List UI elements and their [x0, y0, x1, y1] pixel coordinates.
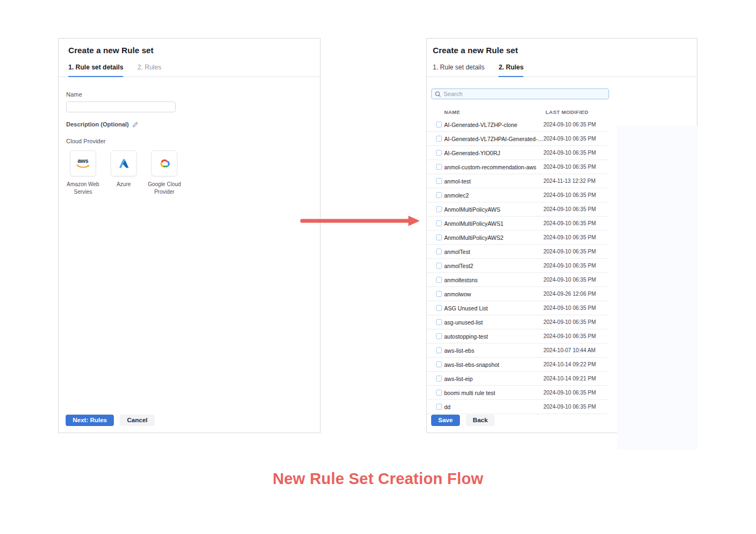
cloud-provider-label: Cloud Provider [66, 138, 312, 144]
row-checkbox[interactable] [436, 178, 442, 184]
rule-name: anmolec2 [444, 192, 543, 199]
table-row[interactable]: anmol-test 2024-11-13 12:32 PM [427, 174, 609, 188]
table-row[interactable]: AnmolMultiPolicyAWS 2024-09-10 06:35 PM [427, 202, 609, 217]
row-checkbox[interactable] [436, 122, 442, 128]
row-checkbox[interactable] [436, 277, 442, 283]
tab-rules[interactable]: 2. Rules [137, 63, 161, 77]
figure-caption: New Rule Set Creation Flow [0, 470, 756, 488]
rule-name: aws-list-ebs [444, 347, 543, 354]
table-row[interactable]: dd 2024-09-10 06:35 PM [427, 400, 609, 414]
rule-name: aws-list-ebs-snapshot [444, 361, 543, 368]
azure-icon [118, 157, 130, 170]
rule-name: anmolTest [444, 249, 543, 255]
row-checkbox[interactable] [436, 150, 442, 156]
table-row[interactable]: anmolTest2 2024-09-10 06:35 PM [427, 259, 609, 273]
row-checkbox[interactable] [436, 206, 442, 212]
column-header-name: NAME [444, 109, 546, 115]
table-row[interactable]: AI-Generated-YIO0RJ 2024-09-10 06:35 PM [427, 146, 609, 160]
next-rules-button[interactable]: Next: Rules [66, 415, 114, 426]
rule-last-modified: 2024-09-10 06:35 PM [543, 192, 596, 198]
rule-last-modified: 2024-11-13 12:32 PM [543, 178, 595, 184]
table-row[interactable]: aws-list-ebs 2024-10-07 10:44 AM [427, 344, 609, 358]
edit-pencil-icon[interactable] [132, 122, 138, 128]
row-checkbox[interactable] [436, 347, 442, 353]
row-checkbox[interactable] [436, 319, 442, 325]
tab-rule-set-details[interactable]: 1. Rule set details [433, 63, 484, 77]
description-label: Description (Optional) [66, 121, 129, 128]
provider-name: Amazon Web Servies [66, 181, 100, 195]
rule-name: AnmolMultiPolicyAWS2 [444, 234, 543, 241]
aws-icon: aws [75, 158, 91, 169]
tab-rule-set-details[interactable]: 1. Rule set details [68, 63, 123, 77]
table-row[interactable]: boomi multi rule test 2024-09-10 06:35 P… [427, 386, 609, 400]
search-box[interactable] [431, 88, 609, 99]
provider-name: Google Cloud Provider [148, 181, 181, 195]
rule-name: anmol-test [444, 178, 543, 185]
row-checkbox[interactable] [436, 164, 442, 170]
table-row[interactable]: AnmolMultiPolicyAWS1 2024-09-10 06:35 PM [427, 217, 609, 231]
table-row[interactable]: asg-unused-list 2024-09-10 06:35 PM [427, 315, 609, 329]
column-header-last-modified: LAST MODIFIED [546, 109, 588, 115]
rule-last-modified: 2024-09-10 06:35 PM [543, 150, 596, 156]
table-row[interactable]: anmolTest 2024-09-10 06:35 PM [427, 245, 609, 259]
rule-name: aws-list-eip [444, 376, 543, 382]
rule-name: AnmolMultiPolicyAWS1 [444, 220, 543, 227]
rules-table: NAME LAST MODIFIED AI-Generated-VL7ZHP-c… [427, 106, 609, 414]
search-icon [435, 91, 441, 97]
table-row[interactable]: ASG Unused List 2024-09-10 06:35 PM [427, 301, 609, 315]
rule-last-modified: 2024-09-10 06:35 PM [543, 136, 596, 142]
row-checkbox[interactable] [436, 263, 442, 269]
rule-name: AI-Generated-VL7ZHP-clone [444, 122, 543, 128]
google-cloud-icon [158, 157, 171, 170]
rule-set-form: Name Description (Optional) Cloud Provid… [59, 77, 320, 195]
rule-last-modified: 2024-09-10 06:35 PM [543, 164, 596, 170]
table-row[interactable]: autostopping-test 2024-09-10 06:35 PM [427, 329, 609, 344]
dialog-title: Create a new Rule set [427, 39, 697, 55]
rule-last-modified: 2024-09-10 06:35 PM [543, 319, 596, 325]
dialog-tabs: 1. Rule set details 2. Rules [427, 63, 697, 77]
row-checkbox[interactable] [436, 249, 442, 255]
row-checkbox[interactable] [436, 136, 442, 142]
rule-name: asg-unused-list [444, 319, 543, 326]
provider-option-aws[interactable]: aws Amazon Web Servies [66, 150, 100, 195]
table-row[interactable]: AI-Generated-VL7ZHPAI-Generated-VL7ZHPAI… [427, 132, 609, 146]
table-row[interactable]: anmolec2 2024-09-10 06:35 PM [427, 188, 609, 202]
table-row[interactable]: aws-list-eip 2024-10-14 09:21 PM [427, 372, 609, 386]
row-checkbox[interactable] [436, 404, 442, 410]
dialog-tabs: 1. Rule set details 2. Rules [59, 63, 320, 77]
row-checkbox[interactable] [436, 390, 442, 396]
rule-last-modified: 2024-09-10 06:35 PM [543, 305, 596, 311]
row-checkbox[interactable] [436, 376, 442, 382]
table-row[interactable]: aws-list-ebs-snapshot 2024-10-14 09:22 P… [427, 358, 609, 372]
row-checkbox[interactable] [436, 234, 442, 240]
rule-name: autostopping-test [444, 333, 543, 340]
rule-preview-area [617, 126, 697, 450]
row-checkbox[interactable] [436, 361, 442, 367]
rules-table-header: NAME LAST MODIFIED [427, 106, 609, 118]
table-row[interactable]: AnmolMultiPolicyAWS2 2024-09-10 06:35 PM [427, 231, 609, 245]
row-checkbox[interactable] [436, 291, 442, 297]
row-checkbox[interactable] [436, 305, 442, 311]
rule-last-modified: 2024-10-14 09:22 PM [543, 361, 596, 367]
table-row[interactable]: AI-Generated-VL7ZHP-clone 2024-09-10 06:… [427, 118, 609, 132]
rule-last-modified: 2024-09-10 06:35 PM [543, 333, 596, 339]
provider-option-gcp[interactable]: Google Cloud Provider [148, 150, 181, 195]
row-checkbox[interactable] [436, 192, 442, 198]
name-input[interactable] [66, 101, 176, 112]
rule-last-modified: 2024-09-10 06:35 PM [543, 122, 596, 128]
search-input[interactable] [444, 91, 605, 97]
back-button[interactable]: Back [466, 415, 495, 426]
row-checkbox[interactable] [436, 220, 442, 226]
rule-name: anmolwow [444, 291, 543, 297]
tab-rules[interactable]: 2. Rules [498, 63, 523, 77]
row-checkbox[interactable] [436, 333, 442, 339]
create-rule-set-dialog-step1: Create a new Rule set 1. Rule set detail… [58, 38, 321, 433]
table-row[interactable]: anmolwow 2024-09-26 12:06 PM [427, 287, 609, 301]
table-row[interactable]: anmol-custom-recommendation-aws 2024-09-… [427, 160, 609, 174]
table-row[interactable]: anmoltestsns 2024-09-10 06:35 PM [427, 273, 609, 287]
provider-option-azure[interactable]: Azure [107, 150, 140, 195]
create-rule-set-dialog-step2: Create a new Rule set 1. Rule set detail… [426, 38, 697, 433]
rule-name: anmolTest2 [444, 263, 543, 269]
cancel-button[interactable]: Cancel [120, 415, 155, 426]
save-button[interactable]: Save [431, 415, 460, 426]
